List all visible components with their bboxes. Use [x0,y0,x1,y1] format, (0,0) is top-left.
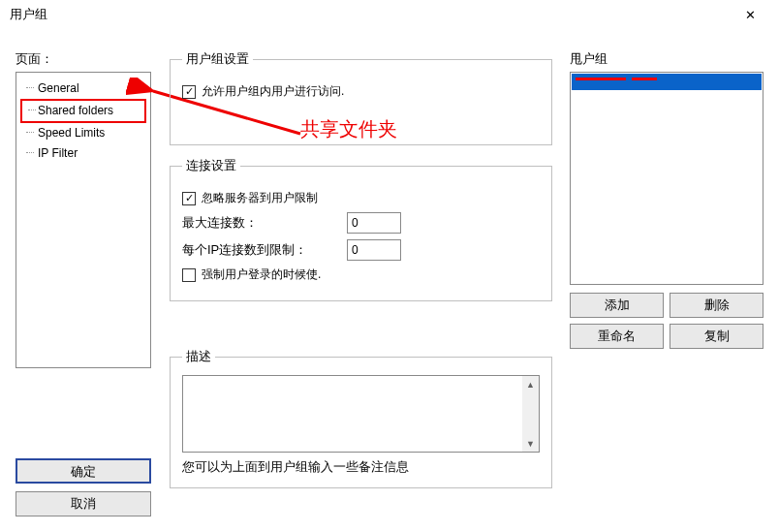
pages-panel: 页面： General Shared folders Speed Limits … [16,50,151,516]
allow-access-row: 允许用户组内用户进行访问. [182,83,540,100]
ignore-limits-label: 忽略服务器到用户限制 [202,190,318,206]
group-buttons: 添加 删除 重命名 复制 [570,293,763,349]
group-panel: 甩户组 添加 删除 重命名 复制 [570,50,763,349]
description-hint: 您可以为上面到用户组输入一些备注信息 [182,458,540,476]
per-ip-row: 每个IP连接数到限制： [182,239,540,261]
ignore-limits-row: 忽略服务器到用户限制 [182,190,540,206]
conn-settings-fieldset: 连接设置 忽略服务器到用户限制 最大连接数： 每个IP连接数到限制： 强制用户登… [170,157,552,301]
per-ip-label: 每个IP连接数到限制： [182,241,347,259]
force-login-row: 强制用户登录的时候使. [182,266,540,283]
description-textarea[interactable]: ▲ ▼ [182,375,540,453]
group-settings-legend: 用户组设置 [182,50,253,68]
max-conn-input[interactable] [347,212,401,234]
group-list-item-selected[interactable] [572,74,762,90]
rename-button[interactable]: 重命名 [570,324,664,349]
max-conn-row: 最大连接数： [182,212,540,234]
tree-item-ip-filter[interactable]: IP Filter [20,143,146,164]
tree-item-speed-limits[interactable]: Speed Limits [20,123,146,143]
max-conn-label: 最大连接数： [182,214,347,232]
titlebar: 用户组 ✕ [0,0,779,29]
cancel-button[interactable]: 取消 [16,491,151,516]
redaction-mark [632,78,657,80]
dialog-buttons: 确定 取消 [16,451,151,516]
group-settings-fieldset: 用户组设置 允许用户组内用户进行访问. [170,50,552,145]
dialog-window: 用户组 ✕ 页面： General Shared folders Speed L… [0,0,779,532]
close-icon[interactable]: ✕ [731,0,769,29]
allow-access-label: 允许用户组内用户进行访问. [202,83,344,100]
copy-button[interactable]: 复制 [670,324,763,349]
ignore-limits-checkbox[interactable] [182,192,196,205]
window-title: 用户组 [10,6,731,23]
description-legend: 描述 [182,348,215,365]
description-fieldset: 描述 ▲ ▼ 您可以为上面到用户组输入一些备注信息 [170,348,552,488]
tree-item-general[interactable]: General [20,78,146,99]
per-ip-input[interactable] [347,239,401,261]
add-button[interactable]: 添加 [570,293,664,318]
group-panel-label: 甩户组 [570,50,763,68]
content-area: 页面： General Shared folders Speed Limits … [0,29,779,532]
group-list[interactable] [570,72,763,285]
scrollbar[interactable]: ▲ ▼ [522,376,539,452]
redaction-mark [576,78,626,80]
force-login-checkbox[interactable] [182,268,196,282]
scroll-down-icon[interactable]: ▼ [522,435,539,452]
ok-button[interactable]: 确定 [16,458,151,484]
remove-button[interactable]: 删除 [670,293,763,318]
pages-label: 页面： [16,50,151,68]
scroll-up-icon[interactable]: ▲ [522,376,539,392]
force-login-label: 强制用户登录的时候使. [202,266,321,283]
pages-tree[interactable]: General Shared folders Speed Limits IP F… [16,72,151,368]
tree-item-shared-folders[interactable]: Shared folders [20,99,146,123]
conn-settings-legend: 连接设置 [182,157,240,174]
settings-panel: 用户组设置 允许用户组内用户进行访问. 连接设置 忽略服务器到用户限制 最大连接… [170,50,552,516]
allow-access-checkbox[interactable] [182,85,196,99]
